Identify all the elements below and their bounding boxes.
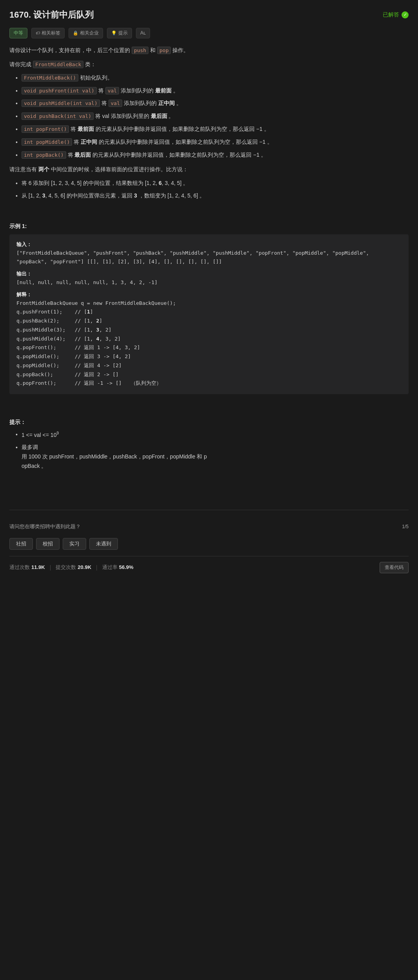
hints-button[interactable]: 💡 提示 [107, 28, 132, 38]
survey-btn-xiaozao[interactable]: 校招 [36, 538, 60, 550]
list-item: void pushBack(int val) 将 val 添加到队列里的 最后面… [9, 112, 409, 121]
divider [9, 510, 409, 510]
survey-section: 请问您在哪类招聘中遇到此题？ 1/5 社招 校招 实习 未遇到 [9, 518, 409, 550]
example-box: 输入： ["FrontMiddleBackQueue", "pushFront"… [9, 234, 409, 394]
divider2: | [96, 563, 98, 572]
hint-item: 1 <= val <= 109 [9, 430, 409, 440]
class-text: 请你完成 FrontMiddleBack 类： [9, 60, 409, 69]
rate-value: 56.9% [119, 563, 134, 572]
list-item: int popFront() 将 最前面 的元素从队列中删除并返回值，如果删除之… [9, 125, 409, 134]
tag-row: 中等 🏷 相关标签 🔒 相关企业 💡 提示 Aʟ [9, 28, 409, 38]
hints-section: 提示： 1 <= val <= 109 最多调用 1000 次 pushFron… [9, 418, 409, 471]
list-item: int popMiddle() 将 正中间 的元素从队列中删除并返回值，如果删除… [9, 138, 409, 147]
bulb-icon: 💡 [111, 30, 117, 37]
list-item: void pushMiddle(int val) 将 val 添加到队列的 正中… [9, 99, 409, 109]
note-text: 请注意当有 两个 中间位置的时候，选择靠前面的位置进行操作。比方说： [9, 165, 409, 174]
divider1: | [50, 563, 51, 572]
list-item: FrontMiddleBack() 初始化队列。 [9, 73, 409, 83]
survey-btn-shixi[interactable]: 实习 [63, 538, 86, 550]
list-item: int popBack() 将 最后面 的元素从队列中删除并返回值，如果删除之前… [9, 150, 409, 160]
pass-value: 11.9K [31, 563, 45, 572]
footer-stats: 通过次数 11.9K | 提交次数 20.9K | 通过率 56.9% 查看代码 [9, 556, 409, 579]
survey-pager: 1/5 [402, 523, 409, 531]
explanation-label: 解释： [16, 291, 402, 299]
output-value: [null, null, null, null, null, 1, 3, 4, … [16, 278, 402, 287]
submit-value: 20.9K [78, 563, 91, 572]
intro-text: 请你设计一个队列，支持在前，中，后三个位置的 push 和 pop 操作。 [9, 45, 409, 55]
lock-icon: 🔒 [73, 30, 78, 37]
view-code-button[interactable]: 查看代码 [380, 562, 409, 573]
pass-label: 通过次数 [9, 563, 30, 572]
solved-check-icon: ✓ [402, 11, 409, 18]
example-label: 示例 1: [9, 222, 409, 230]
survey-question: 请问您在哪类招聘中遇到此题？ [9, 523, 81, 531]
related-companies-button[interactable]: 🔒 相关企业 [69, 28, 103, 38]
tag-icon: 🏷 [36, 30, 40, 37]
solved-badge: 已解答 ✓ [383, 10, 409, 19]
related-tags-button[interactable]: 🏷 相关标签 [31, 28, 65, 38]
example-section: 示例 1: 输入： ["FrontMiddleBackQueue", "push… [9, 222, 409, 395]
list-item: 从 [1, 2, 3, 4, 5, 6] 的中间位置弹出元素，返回 3 ，数组变… [9, 191, 409, 201]
hints-list: 1 <= val <= 109 最多调用 1000 次 pushFront，pu… [9, 430, 409, 471]
input-label: 输入： [16, 241, 402, 249]
survey-btn-shezao[interactable]: 社招 [9, 538, 33, 550]
solved-label: 已解答 [383, 10, 399, 19]
hints-label: 提示： [9, 418, 409, 426]
survey-row: 请问您在哪类招聘中遇到此题？ 1/5 [9, 518, 409, 535]
explanation-code: FrontMiddleBackQueue q = new FrontMiddle… [16, 299, 402, 388]
input-value: ["FrontMiddleBackQueue", "pushFront", "p… [16, 249, 402, 266]
hint-item: 最多调用 1000 次 pushFront，pushMiddle，pushBac… [9, 443, 409, 471]
rate-label: 通过率 [102, 563, 118, 572]
list-item: 将 6 添加到 [1, 2, 3, 4, 5] 的中间位置，结果数组为 [1, … [9, 179, 409, 188]
difficulty-tag[interactable]: 中等 [9, 28, 27, 38]
submit-label: 提交次数 [56, 563, 76, 572]
survey-buttons: 社招 校招 实习 未遇到 [9, 538, 409, 550]
list-item: void pushFront(int val) 将 val 添加到队列的 最前面… [9, 86, 409, 96]
page-title: 1670. 设计前中后队列 [9, 8, 94, 22]
description: 请你设计一个队列，支持在前，中，后三个位置的 push 和 pop 操作。 请你… [9, 45, 409, 201]
output-label: 输出： [16, 270, 402, 278]
ai-button[interactable]: Aʟ [136, 28, 150, 38]
note-examples: 将 6 添加到 [1, 2, 3, 4, 5] 的中间位置，结果数组为 [1, … [9, 179, 409, 201]
survey-btn-not-encountered[interactable]: 未遇到 [89, 538, 118, 550]
method-list: FrontMiddleBack() 初始化队列。 void pushFront(… [9, 73, 409, 160]
